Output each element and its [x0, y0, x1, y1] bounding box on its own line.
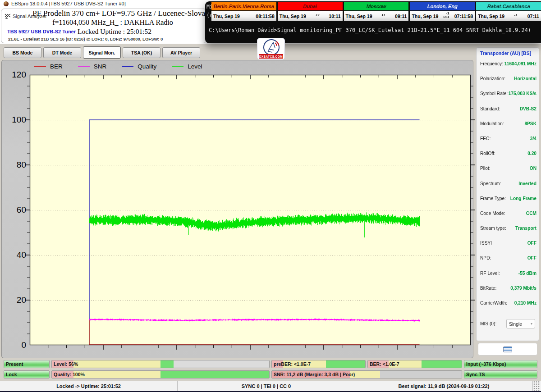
transponder-row: FEC:3/4 — [480, 136, 536, 151]
bar-label: Level: 56% — [54, 361, 78, 367]
transponder-row-value: OFF — [527, 255, 536, 260]
y-tick-label: 120 — [4, 70, 26, 80]
transponder-row-label: Standard: — [480, 106, 500, 111]
antenna-title: PF Prodelin 370 cm+ LOF=9.75 GHz / Lucen… — [32, 9, 209, 18]
transponder-row-label: Symbol Rate: — [480, 91, 508, 96]
bar-present: Present — [4, 360, 50, 368]
mis-dropdown[interactable]: Single ▾ — [506, 319, 535, 328]
transponder-row: Frequency:11604,091 MHz — [480, 61, 536, 76]
status-bar: Locked -> Uptime: 25:01:52 SYNC 0 | TEI … — [0, 381, 541, 391]
bar-level: Level: 56% — [51, 360, 270, 368]
main-area: BS ModeDT ModeSignal Mon.TSA (OK)AV Play… — [0, 44, 541, 381]
y-tick-label: 80 — [4, 160, 26, 170]
transponder-row-label: FEC: — [480, 136, 491, 141]
bar-ber: BER: <1.0E-7 — [367, 360, 462, 368]
legend-item-ber: BER — [34, 63, 63, 70]
legend-swatch — [172, 66, 183, 67]
tuner-name: TBS 5927 USB DVB-S2 Tuner — [7, 29, 76, 34]
transponder-row-label: ISSYI — [480, 241, 492, 246]
transponder-row-value: CCM — [526, 211, 536, 216]
legend-item-level: Level — [172, 63, 202, 70]
transponder-row-label: Frame Type: — [480, 196, 506, 201]
lof-settings: 21.6E - Eutelsat 21B SES 16 (ID: 0216) @… — [8, 36, 163, 41]
y-tick-label: 100 — [4, 115, 26, 125]
bar-quality: Quality: 100% — [51, 370, 270, 378]
transponder-row: Standard:DVB-S2 — [480, 106, 536, 121]
bar-label: Sync TS — [466, 372, 485, 377]
dxsatcs-logo-text: DXSATCS.COM — [259, 54, 283, 59]
tab-signal-mon-[interactable]: Signal Mon. — [83, 46, 121, 59]
transponder-row-value: Inverted — [518, 181, 536, 186]
transponder-row-value: DVB-S2 — [520, 106, 536, 111]
bar-zones — [52, 360, 269, 368]
bar-preber: preBER: <1.0E-7 — [271, 360, 366, 368]
transponder-row: Code Mode:CCM — [480, 211, 536, 226]
clock-time-value: 07:11 — [527, 14, 539, 19]
signal-chart-canvas — [24, 73, 477, 355]
bar-rest — [174, 360, 269, 368]
clock-city-header: Berlin-Paris-Vienna-Roma — [211, 2, 276, 10]
clock-utc-offset: +1 — [381, 14, 385, 17]
clock-city-header: London, Eng — [410, 2, 475, 10]
legend-label: Level — [188, 63, 202, 70]
clock-utc-offset: +2 — [315, 14, 319, 17]
bar-label: BER: <1.0E-7 — [370, 361, 399, 367]
y-tick-label: 0 — [4, 340, 26, 350]
clock-city-header: Dubai — [278, 2, 343, 10]
transponder-row: Stream type:Transport — [480, 226, 536, 241]
transponder-row-label: Spectrum: — [480, 181, 501, 186]
transponder-row-value: Transport — [515, 226, 536, 231]
mis-label: MIS (0): — [480, 321, 496, 326]
window-titlebar: EBSpro 18.0.0.4 [TBS 5927 USB DVB-S2 Tun… — [4, 1, 126, 6]
bar-label: preBER: <1.0E-7 — [274, 361, 311, 367]
legend-swatch — [122, 66, 133, 67]
window-title: EBSpro 18.0.0.4 [TBS 5927 USB DVB-S2 Tun… — [11, 1, 126, 6]
clock-cell: Rabat-CasablancaThu, Sep 19-107:11 — [476, 2, 541, 23]
transponder-row: BitRate:0,379 Mbit/s — [480, 286, 536, 301]
transponder-row: ISSYIOFF — [480, 241, 536, 255]
resize-grip[interactable] — [533, 381, 540, 391]
clock-time-value: 07:11:58 — [454, 14, 473, 19]
transponder-row-value: Horizontal — [514, 76, 536, 81]
panel-list-icon — [503, 346, 512, 352]
locked-uptime: Locked Uptime : 25:01:52 — [78, 27, 151, 36]
clock-time-value: 09:11 — [395, 14, 407, 19]
transponder-row-value: 0,379 Mbit/s — [510, 286, 536, 291]
legend-item-quality: Quality — [122, 63, 156, 70]
chevron-down-icon: ▾ — [531, 322, 532, 326]
ebspro-app-icon — [4, 1, 9, 6]
clock-time-row: Thu, Sep 19-1DST07:11:58 — [410, 11, 475, 21]
offset-dst: DST — [444, 15, 449, 18]
transponder-row-label: Code Mode: — [480, 211, 505, 216]
bar-snr: SNR: 11,2 dB (Margin: 3,3 dB | Poor) — [271, 370, 462, 378]
transponder-row: Pilot:ON — [480, 166, 536, 181]
bar-zone — [160, 371, 269, 378]
transponder-rows: Frequency:11604,091 MHzPolarization:Hori… — [480, 61, 536, 315]
transponder-row-label: Polarization: — [480, 76, 505, 81]
offset-value: -1 — [514, 14, 518, 17]
tab-tsa-ok-[interactable]: TSA (OK) — [123, 47, 160, 58]
panel-button[interactable] — [478, 343, 537, 356]
y-tick-label: 20 — [4, 295, 26, 305]
tab-av-player[interactable]: AV Player — [162, 47, 200, 58]
transponder-row-value: OFF — [527, 241, 536, 246]
legend-label: SNR — [94, 63, 107, 70]
transponder-row-value: 11604,091 MHz — [504, 61, 536, 66]
transponder-row-value: ON — [530, 166, 536, 171]
clock-date: Thu, Sep 19 — [213, 14, 240, 19]
offset-value: +2 — [315, 14, 319, 17]
transponder-row-label: RollOff: — [480, 151, 495, 156]
tab-bs-mode[interactable]: BS Mode — [4, 47, 41, 58]
clock-time-value: 08:11:58 — [256, 14, 274, 19]
signal-chart-panel: BERSNRQualityLevel 020406080100120 — [1, 60, 473, 358]
bar-label: Input (~376 Kbps) — [466, 361, 506, 367]
bar-label: Quality: 100% — [54, 372, 85, 377]
clock-cell: London, EngThu, Sep 19-1DST07:11:58 — [410, 2, 475, 23]
satellite-dish-icon — [261, 39, 281, 56]
bar-sync-ts: Sync TS — [464, 370, 537, 378]
tab-dt-mode[interactable]: DT Mode — [43, 47, 81, 58]
bar-lock: Lock — [4, 370, 50, 378]
clock-time-row: Thu, Sep 19+109:11 — [344, 11, 409, 21]
transponder-row: Symbol Rate:175,003 KS/s — [480, 91, 536, 106]
transponder-row-value: 0.20 — [527, 151, 536, 156]
